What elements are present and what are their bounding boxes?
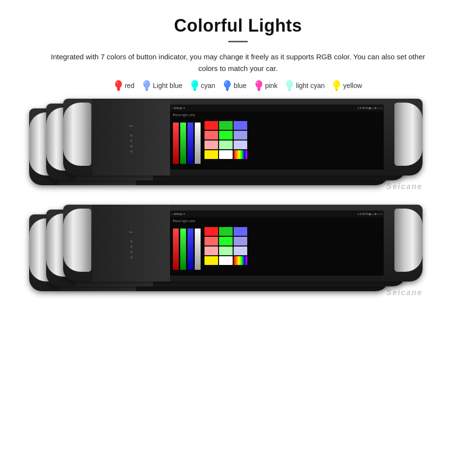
svg-point-16: [255, 80, 262, 88]
android-bar-bottom: ⌂ Settings ✦ ⊙ ♥ 20:24 ▣ ▷ ⊠ ▭ ⊃: [170, 211, 384, 217]
bulb-icon-pink: [255, 79, 263, 92]
color-item-cyan: cyan: [190, 79, 216, 92]
color-item-yellow: yellow: [332, 79, 362, 92]
svg-point-15: [225, 82, 227, 84]
color-label-lightcyan: light cyan: [296, 82, 324, 89]
panel-light-label-top: Panel light color: [173, 113, 201, 117]
chrome-right-3: [394, 103, 423, 166]
color-label-yellow: yellow: [343, 82, 362, 89]
left-panel-3: ←: [92, 99, 170, 176]
watermark-top: Seicane: [387, 182, 423, 191]
color-item-lightcyan: light cyan: [285, 79, 324, 92]
page-title: Colorful Lights: [174, 16, 302, 36]
screen-content-top: Panel light color: [170, 111, 384, 170]
bars-container-bottom: [173, 224, 201, 270]
bulb-icon-cyan: [190, 79, 199, 92]
svg-point-27: [334, 82, 336, 84]
title-divider: [228, 41, 248, 42]
svg-point-19: [256, 82, 258, 84]
svg-rect-26: [336, 90, 338, 91]
svg-point-7: [144, 82, 146, 84]
chrome-left-3: [63, 103, 91, 166]
svg-rect-10: [194, 90, 196, 91]
screen-content-bottom: Panel light color: [170, 217, 384, 276]
android-bar-top: ⌂ Settings ✦ ⊙ ♥ 20:24 ▣ ▷ ⊠ ▭ ⊃: [170, 105, 384, 111]
color-label-lightblue: Light blue: [153, 82, 183, 89]
svg-point-11: [192, 82, 194, 84]
svg-rect-25: [335, 88, 338, 90]
back-arrow-3: ←: [128, 122, 135, 129]
svg-point-4: [143, 80, 150, 88]
svg-point-0: [115, 80, 122, 88]
svg-point-23: [287, 82, 289, 84]
svg-rect-21: [288, 88, 291, 90]
svg-point-12: [224, 80, 231, 88]
bulb-icon-red: [114, 79, 123, 92]
svg-rect-17: [257, 88, 260, 90]
top-radio-stack: ←: [29, 99, 447, 201]
panel-light-section-top: Panel light color: [173, 113, 201, 168]
color-item-blue: blue: [223, 79, 246, 92]
bulb-icon-lightcyan: [285, 79, 294, 92]
color-label-blue: blue: [234, 82, 246, 89]
panel-light-label-bottom: Panel light color: [173, 219, 201, 223]
svg-rect-9: [193, 88, 196, 90]
color-label-red: red: [125, 82, 135, 89]
svg-rect-13: [226, 88, 229, 90]
bulb-icon-lightblue: [142, 79, 151, 92]
screen-back-arrow: ←: [172, 112, 176, 117]
svg-rect-14: [226, 90, 228, 91]
svg-rect-1: [117, 88, 120, 90]
color-item-pink: pink: [255, 79, 278, 92]
panel-light-section-bottom: Panel light color: [173, 219, 201, 274]
svg-point-3: [116, 82, 118, 84]
color-item-red: red: [114, 79, 135, 92]
radio-layer-3-main: ← ⌂ Settings ✦ ⊙ ♥ 20:24 ▣ ▷ ⊠ ▭ ⊃: [63, 99, 423, 176]
swatches-bottom: [204, 227, 247, 274]
svg-rect-22: [289, 90, 290, 91]
svg-rect-6: [146, 90, 148, 91]
android-bar-right-top: ⊙ ♥ 20:24 ▣ ▷ ⊠ ▭ ⊃: [357, 106, 382, 109]
radio-bottom-3-main: ← ⌂ Settings ✦ ⊙ ♥ 20:24 ▣ ▷ ⊠ ▭ ⊃ ←: [63, 205, 423, 282]
bar-red-top: [173, 123, 179, 164]
top-radio-section: ←: [0, 99, 476, 201]
svg-rect-18: [258, 90, 260, 91]
color-label-cyan: cyan: [201, 82, 216, 89]
color-item-lightblue: Light blue: [142, 79, 183, 92]
main-screen-top: ⌂ Settings ✦ ⊙ ♥ 20:24 ▣ ▷ ⊠ ▭ ⊃ ← Panel…: [170, 105, 384, 170]
watermark-bottom: Seicane: [387, 288, 423, 297]
bulb-icon-yellow: [332, 79, 341, 92]
bars-container-top: [173, 118, 201, 164]
bar-white-top: [195, 123, 201, 164]
bottom-radio-section: ←: [0, 205, 476, 307]
svg-point-8: [191, 80, 198, 88]
bar-blue-top: [187, 123, 193, 164]
color-label-pink: pink: [265, 82, 278, 89]
svg-rect-5: [145, 88, 148, 90]
bar-green-top: [180, 123, 186, 164]
svg-rect-2: [118, 90, 119, 91]
bottom-radio-stack: ←: [29, 205, 447, 307]
svg-point-20: [286, 80, 293, 88]
page-container: Colorful Lights Integrated with 7 colors…: [0, 0, 476, 307]
main-screen-bottom: ⌂ Settings ✦ ⊙ ♥ 20:24 ▣ ▷ ⊠ ▭ ⊃ ← Panel…: [170, 211, 384, 276]
color-indicators-row: red Light blue cyan: [114, 79, 362, 92]
svg-point-24: [333, 80, 340, 88]
android-bar-left-top: ⌂ Settings ✦: [171, 106, 185, 109]
subtitle-text: Integrated with 7 colors of button indic…: [49, 51, 427, 74]
swatches-top: [204, 121, 247, 168]
bulb-icon-blue: [223, 79, 232, 92]
